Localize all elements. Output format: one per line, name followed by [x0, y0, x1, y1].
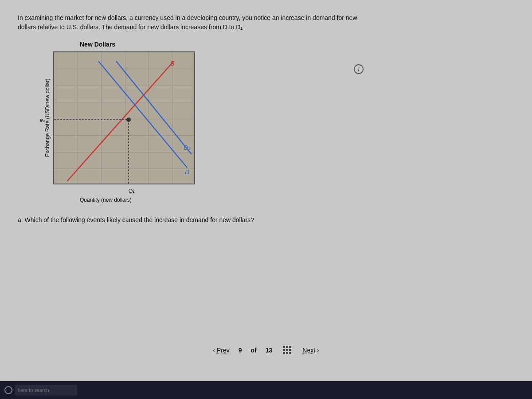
- page-total: 13: [266, 347, 273, 354]
- svg-text:D₁: D₁: [184, 144, 191, 151]
- taskbar: [0, 381, 532, 399]
- question-text: In examining the market for new dollars,…: [18, 13, 364, 32]
- grid-menu-icon[interactable]: [283, 346, 292, 355]
- chart-svg: S D D₁: [54, 52, 195, 184]
- prev-label: Prev: [217, 347, 230, 354]
- main-content: In examining the market for new dollars,…: [0, 0, 532, 381]
- next-button[interactable]: Next ›: [302, 347, 319, 354]
- info-icon[interactable]: i: [354, 64, 364, 74]
- taskbar-search: [4, 385, 77, 395]
- next-chevron-icon: ›: [317, 347, 319, 354]
- svg-line-2: [98, 61, 187, 168]
- search-input[interactable]: [15, 385, 77, 395]
- svg-text:S: S: [170, 60, 175, 67]
- prev-button[interactable]: ‹ Prev: [213, 347, 229, 354]
- svg-text:D: D: [185, 168, 189, 176]
- chart-section: New Dollars Exchange Rate (USD/new dolla…: [44, 41, 514, 203]
- svg-line-0: [67, 61, 174, 181]
- chart-grid: S D D₁: [53, 51, 195, 184]
- chart-wrapper: S D D₁: [53, 51, 195, 184]
- prev-chevron-icon: ‹: [213, 347, 215, 354]
- x-axis-label: Quantity (new dollars): [80, 197, 195, 203]
- svg-line-4: [116, 61, 192, 154]
- navigation-bar: ‹ Prev 9 of 13 Next ›: [0, 341, 532, 359]
- sub-question: a. Which of the following events likely …: [18, 216, 328, 223]
- y-axis-label: Exchange Rate (USD/new dollar): [44, 51, 51, 184]
- next-label: Next: [302, 347, 315, 354]
- q1-label: Q₁: [129, 188, 135, 194]
- ee-label: eₑ: [40, 117, 45, 123]
- search-circle-icon: [4, 386, 12, 394]
- page-current: 9: [239, 347, 242, 354]
- chart-title: New Dollars: [80, 41, 115, 48]
- page-separator: of: [251, 347, 257, 354]
